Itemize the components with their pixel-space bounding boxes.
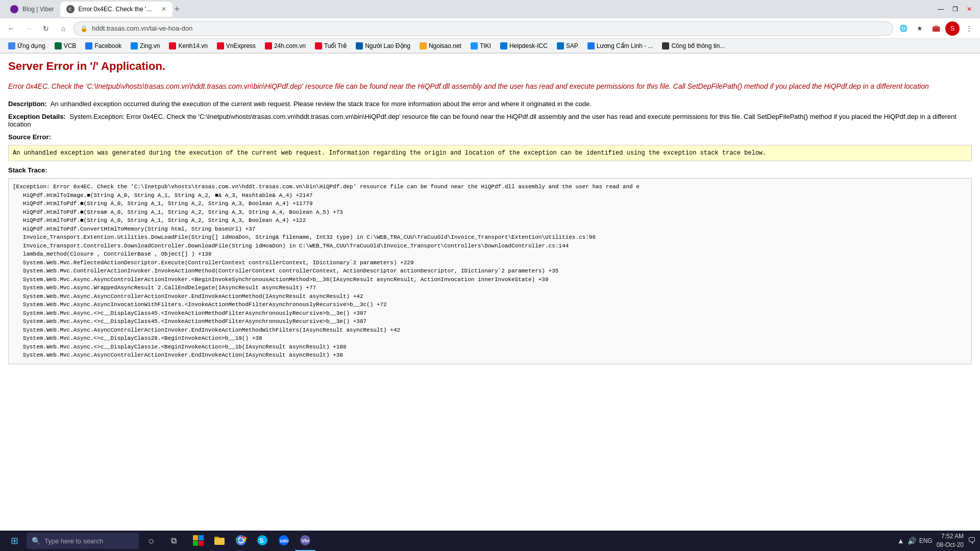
action-center-icon[interactable]: 🗨: [968, 536, 976, 545]
forward-button[interactable]: →: [21, 21, 36, 36]
source-error-section: Source Error: An unhandled exception was…: [8, 133, 972, 161]
nav-bar: ← → ↻ ⌂ 🔒 hddt.trasas.com.vn/tai-ve-hoa-…: [0, 18, 980, 39]
bookmark-vnexpress-label: VnExpress: [226, 42, 256, 49]
bookmark-luong[interactable]: Lương Cẩm Linh - ...: [583, 40, 657, 52]
bookmark-zingvn[interactable]: Zing.vn: [127, 40, 164, 52]
tab-1-label: Blog | Viber: [22, 6, 54, 13]
bookmark-ngoisao-label: Ngoisao.net: [429, 42, 461, 49]
bookmark-vnexpress[interactable]: VnExpress: [213, 40, 260, 52]
new-tab-button[interactable]: +: [175, 4, 180, 15]
address-bar[interactable]: 🔒 hddt.trasas.com.vn/tai-ve-hoa-don: [74, 21, 893, 36]
bookmark-apps[interactable]: Ứng dụng: [4, 40, 50, 52]
search-text: Type here to search: [44, 537, 103, 545]
language-indicator[interactable]: ENG: [919, 537, 933, 544]
bookmark-vcb-label: VCB: [64, 42, 77, 49]
search-bar[interactable]: 🔍 Type here to search: [27, 533, 139, 549]
volume-icon: 🔊: [908, 537, 916, 545]
bookmark-zingvn-label: Zing.vn: [140, 42, 160, 49]
taskbar-app-skype[interactable]: S: [252, 531, 273, 551]
taskbar-app-store[interactable]: [188, 531, 208, 551]
bookmarks-bar: Ứng dụng VCB Facebook Zing.vn Kenh14.vn …: [0, 39, 980, 53]
address-text: hddt.trasas.com.vn/tai-ve-hoa-don: [92, 24, 192, 32]
description-label: Description:: [8, 100, 47, 108]
svg-point-8: [239, 538, 243, 542]
translate-button[interactable]: 🌐: [896, 21, 911, 36]
svg-text:S: S: [259, 537, 264, 544]
start-button[interactable]: ⊞: [4, 531, 24, 551]
lock-icon: 🔒: [80, 25, 88, 32]
bookmark-tiki[interactable]: TIKI: [467, 40, 495, 52]
bookmark-vcb[interactable]: VCB: [51, 40, 81, 52]
bookmark-nguoilaodong[interactable]: Người Lao Động: [352, 40, 414, 52]
tab-1-icon: [10, 5, 18, 13]
svg-rect-1: [199, 535, 204, 540]
cortana-button[interactable]: ○: [141, 531, 161, 551]
taskbar-app-viber[interactable]: Vbr: [295, 531, 315, 551]
menu-button[interactable]: ⋮: [962, 21, 976, 36]
bookmark-24h[interactable]: 24h.com.vn: [261, 40, 310, 52]
tab-2-close[interactable]: ✕: [161, 6, 166, 13]
clock-date: 08-Oct-20: [937, 541, 964, 549]
bookmark-sap[interactable]: SAP: [553, 40, 582, 52]
tab-2-label: Error 0x4EC. Check the 'C:\Inetp...: [79, 6, 155, 13]
tab-2[interactable]: E Error 0x4EC. Check the 'C:\Inetp... ✕: [60, 2, 173, 17]
close-button[interactable]: ✕: [963, 3, 976, 16]
description-section: Description: An unhandled exception occu…: [8, 100, 972, 108]
bookmark-kenh14[interactable]: Kenh14.vn: [165, 40, 211, 52]
bookmark-tuoitre[interactable]: Tuổi Trẻ: [311, 40, 351, 52]
main-error-text: Error 0x4EC. Check the 'C:\Inetpub\vhost…: [8, 81, 972, 92]
tab-bar: Blog | Viber E Error 0x4EC. Check the 'C…: [0, 0, 980, 18]
windows-logo: ⊞: [11, 535, 18, 546]
description-text: An unhandled exception occurred during t…: [51, 100, 592, 108]
bookmark-congbo-label: Công bố thông tin...: [671, 42, 725, 49]
taskbar-app-zalo[interactable]: zalo: [274, 531, 294, 551]
source-error-label: Source Error:: [8, 133, 970, 141]
svg-rect-5: [214, 537, 219, 539]
bookmark-congbo[interactable]: Công bố thông tin...: [658, 40, 729, 52]
exception-label: Exception Details:: [8, 113, 66, 120]
taskbar-clock: 7:52 AM 08-Oct-20: [937, 532, 964, 549]
window-controls: — ❐ ✕: [934, 3, 976, 16]
back-button[interactable]: ←: [4, 21, 18, 36]
task-view-button[interactable]: ⧉: [163, 531, 184, 551]
tab-1[interactable]: Blog | Viber: [4, 2, 60, 17]
taskbar-app-files[interactable]: [209, 531, 230, 551]
taskbar-right: ▲ 🔊 ENG 7:52 AM 08-Oct-20 🗨: [897, 532, 976, 549]
stack-trace-box[interactable]: [Exception: Error 0x4EC. Check the 'C:\I…: [8, 178, 972, 364]
source-error-box: An unhandled exception was generated dur…: [8, 145, 972, 161]
svg-text:Vbr: Vbr: [302, 538, 310, 543]
notification-area: ▲ 🔊 ENG: [897, 537, 933, 545]
extensions-button[interactable]: 🧰: [929, 21, 943, 36]
bookmark-sap-label: SAP: [566, 42, 578, 49]
home-button[interactable]: ⌂: [56, 21, 70, 36]
bookmark-facebook[interactable]: Facebook: [81, 40, 126, 52]
minimize-button[interactable]: —: [934, 3, 947, 16]
bookmark-tiki-label: TIKI: [480, 42, 491, 49]
bookmark-facebook-label: Facebook: [94, 42, 121, 49]
search-icon: 🔍: [32, 537, 40, 545]
reload-button[interactable]: ↻: [39, 21, 53, 36]
clock-time: 7:52 AM: [937, 532, 964, 541]
bookmark-helpdesk-label: Helpdesk-ICC: [509, 42, 548, 49]
error-heading: Server Error in '/' Application.: [8, 60, 972, 73]
network-icon: ▲: [897, 537, 904, 545]
tab-2-icon: E: [66, 5, 75, 13]
exception-section: Exception Details: System.Exception: Err…: [8, 113, 972, 128]
profile-button[interactable]: S: [945, 21, 960, 36]
bookmark-nguoilaodong-label: Người Lao Động: [365, 42, 410, 49]
maximize-button[interactable]: ❐: [948, 3, 962, 16]
taskbar-app-chrome[interactable]: [231, 531, 251, 551]
bookmark-button[interactable]: ★: [913, 21, 927, 36]
content-area: Server Error in '/' Application. Error 0…: [0, 54, 980, 531]
bookmark-24h-label: 24h.com.vn: [274, 42, 306, 49]
bookmark-helpdesk[interactable]: Helpdesk-ICC: [496, 40, 552, 52]
bookmark-apps-label: Ứng dụng: [17, 42, 45, 49]
bookmark-kenh14-label: Kenh14.vn: [178, 42, 207, 49]
bookmark-tuoitre-label: Tuổi Trẻ: [324, 42, 347, 49]
taskbar: ⊞ 🔍 Type here to search ○ ⧉ S zal: [0, 531, 980, 551]
exception-text: System.Exception: Error 0x4EC. Check the…: [8, 113, 957, 128]
svg-rect-0: [193, 535, 198, 540]
nav-actions: 🌐 ★ 🧰 S ⋮: [896, 21, 976, 36]
bookmark-ngoisao[interactable]: Ngoisao.net: [415, 40, 465, 52]
svg-rect-2: [193, 541, 198, 546]
